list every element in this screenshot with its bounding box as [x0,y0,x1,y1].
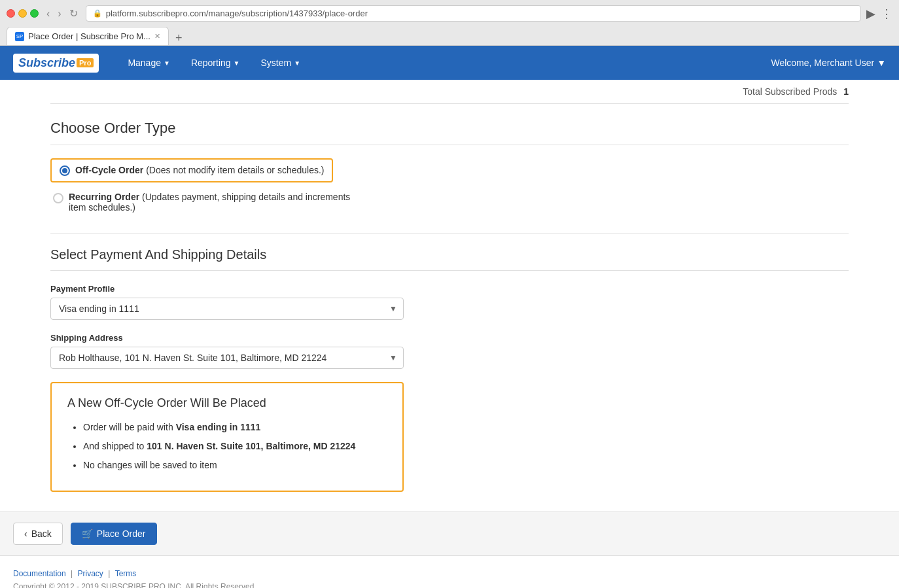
back-nav-button[interactable]: ‹ [44,7,52,20]
navbar-menu: Manage ▼ Reporting ▼ System ▼ [118,52,771,73]
shipping-address-group: Shipping Address Rob Holthause, 101 N. H… [50,333,849,369]
recurring-label: Recurring Order (Updates payment, shippi… [69,192,363,213]
manage-dropdown-icon: ▼ [164,60,170,67]
tab-close-button[interactable]: ✕ [154,32,160,41]
user-label: Welcome, Merchant User [771,58,874,68]
address-bar[interactable]: 🔒 platform.subscribepro.com/manage/subsc… [86,5,861,22]
footer-documentation-link[interactable]: Documentation [13,569,66,578]
summary-list: Order will be paid with Visa ending in 1… [67,421,387,472]
stats-label: Total Subscribed Prods [743,86,837,97]
summary-payment-bold: Visa ending in 1111 [176,422,261,432]
payment-select[interactable]: Visa ending in 1111 [50,298,404,320]
shipping-select-wrapper: Rob Holthause, 101 N. Haven St. Suite 10… [50,347,404,369]
payment-shipping-section: Select Payment And Shipping Details Paym… [50,247,849,369]
nav-reporting[interactable]: Reporting ▼ [182,52,249,73]
logo-pro-text: Pro [77,58,94,67]
browser-chrome: ‹ › ↻ 🔒 platform.subscribepro.com/manage… [0,0,899,46]
footer: Documentation | Privacy | Terms Copyrigh… [0,556,899,588]
stats-value: 1 [843,86,849,97]
stats-bar: Total Subscribed Prods 1 [50,80,849,104]
payment-select-wrapper: Visa ending in 1111 ▼ [50,298,404,320]
summary-title: A New Off-Cycle Order Will Be Placed [67,396,387,410]
order-type-section: Choose Order Type Off-Cycle Order (Does … [50,120,849,214]
minimize-dot[interactable] [18,9,27,18]
refresh-button[interactable]: ↻ [67,7,80,20]
recurring-radio[interactable] [53,193,63,203]
payment-label: Payment Profile [50,284,849,294]
new-tab-button[interactable]: + [170,31,188,45]
url-text: platform.subscribepro.com/manage/subscri… [106,9,368,18]
navbar: Subscribe Pro Manage ▼ Reporting ▼ Syste… [0,46,899,80]
user-dropdown-icon: ▼ [877,58,886,68]
user-menu[interactable]: Welcome, Merchant User ▼ [771,58,886,68]
button-bar: ‹ Back 🛒 Place Order [0,511,899,556]
payment-profile-group: Payment Profile Visa ending in 1111 ▼ [50,284,849,320]
browser-dots [7,9,39,18]
summary-item-no-changes: No changes will be saved to item [83,458,387,472]
place-order-icon: 🛒 [82,528,93,539]
footer-terms-link[interactable]: Terms [115,569,137,578]
place-order-button[interactable]: 🛒 Place Order [71,523,157,545]
footer-sep-2: | [108,569,112,578]
extensions-button[interactable]: ▶ [866,7,875,21]
nav-system[interactable]: System ▼ [251,52,309,73]
logo[interactable]: Subscribe Pro [13,54,99,73]
order-type-options: Off-Cycle Order (Does not modify item de… [50,158,849,214]
forward-nav-button[interactable]: › [55,7,63,20]
tab-bar: SP Place Order | Subscribe Pro M... ✕ + [7,27,892,45]
shipping-select[interactable]: Rob Holthause, 101 N. Haven St. Suite 10… [50,347,404,369]
summary-item-shipping: And shipped to 101 N. Haven St. Suite 10… [83,440,387,453]
summary-shipping-prefix: And shipped to [83,441,147,451]
system-dropdown-icon: ▼ [294,60,300,67]
footer-links: Documentation | Privacy | Terms [13,569,886,578]
recurring-option[interactable]: Recurring Order (Updates payment, shippi… [53,190,849,214]
stats-total-prods: Total Subscribed Prods 1 [743,86,849,97]
maximize-dot[interactable] [30,9,39,18]
summary-box: A New Off-Cycle Order Will Be Placed Ord… [50,382,404,492]
back-arrow-icon: ‹ [24,528,27,539]
close-dot[interactable] [7,9,15,18]
summary-item-payment: Order will be paid with Visa ending in 1… [83,421,387,434]
payment-shipping-title: Select Payment And Shipping Details [50,247,849,271]
footer-privacy-link[interactable]: Privacy [78,569,103,578]
off-cycle-label: Off-Cycle Order (Does not modify item de… [75,165,324,175]
order-type-title: Choose Order Type [50,120,849,145]
browser-nav: ‹ › ↻ [44,7,80,20]
lock-icon: 🔒 [93,9,102,18]
logo-subscribe-text: Subscribe [18,56,75,70]
summary-shipping-bold: 101 N. Haven St. Suite 101, Baltimore, M… [147,441,355,451]
off-cycle-radio[interactable] [60,165,70,176]
footer-sep-1: | [71,569,75,578]
nav-manage[interactable]: Manage ▼ [118,52,179,73]
shipping-label: Shipping Address [50,333,849,343]
menu-button[interactable]: ⋮ [881,7,892,21]
main-content: Total Subscribed Prods 1 Choose Order Ty… [37,80,862,492]
off-cycle-option[interactable]: Off-Cycle Order (Does not modify item de… [50,158,849,182]
tab-title: Place Order | Subscribe Pro M... [28,31,150,41]
footer-copyright: Copyright © 2012 - 2019 SUBSCRIBE PRO IN… [13,582,886,588]
tab-favicon: SP [15,32,24,41]
reporting-dropdown-icon: ▼ [234,60,240,67]
active-tab[interactable]: SP Place Order | Subscribe Pro M... ✕ [7,27,169,45]
summary-payment-prefix: Order will be paid with [83,422,176,432]
back-button[interactable]: ‹ Back [13,523,63,545]
